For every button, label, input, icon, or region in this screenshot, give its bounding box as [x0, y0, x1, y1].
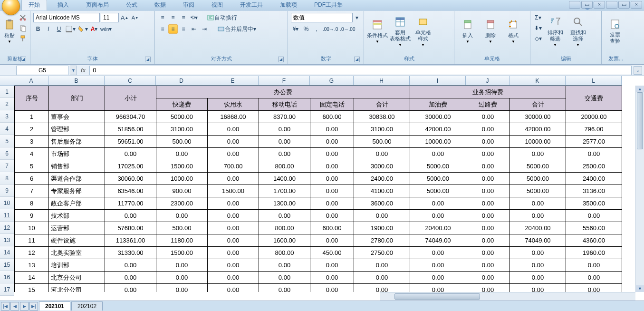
increase-indent-button[interactable]: ⇥ [200, 24, 209, 34]
cell[interactable]: 1 [15, 111, 49, 123]
cell[interactable]: 3600.00 [354, 197, 410, 210]
ribbon-tab-视图[interactable]: 视图 [205, 0, 230, 10]
cell[interactable]: 0.00 [310, 197, 354, 210]
row-header-3[interactable]: 3 [0, 110, 14, 123]
cell[interactable]: 0.00 [105, 284, 156, 292]
cell[interactable]: 5000.00 [156, 111, 208, 123]
cell[interactable]: 16868.00 [208, 111, 259, 123]
cell[interactable]: 0.00 [410, 284, 466, 292]
cell[interactable]: 0.00 [410, 197, 466, 210]
cell[interactable]: 0.00 [466, 272, 510, 284]
font-name-input[interactable] [33, 13, 100, 22]
delete-cells-button[interactable]: 删除▼ [480, 13, 501, 49]
cell[interactable]: 0.00 [208, 136, 259, 148]
cell[interactable]: 0.00 [310, 160, 354, 173]
cell[interactable]: 渠道合作部 [49, 173, 105, 185]
cell[interactable]: 1600.00 [259, 234, 310, 247]
conditional-format-button[interactable]: 条件格式▼ [367, 13, 388, 49]
cell[interactable]: 技术部 [49, 210, 105, 222]
cell[interactable]: 5000.00 [410, 160, 466, 173]
cell[interactable]: 10000.00 [510, 136, 566, 148]
cell[interactable]: 0.00 [208, 247, 259, 259]
cell[interactable]: 3100.00 [156, 123, 208, 136]
cell[interactable]: 1500.00 [156, 247, 208, 259]
cell[interactable]: 0.00 [259, 136, 310, 148]
column-header-I[interactable]: I [410, 76, 466, 86]
cell[interactable]: 59651.00 [105, 136, 156, 148]
cell[interactable]: 0.00 [354, 210, 410, 222]
row-header-17[interactable]: 17 [0, 283, 14, 296]
cell[interactable]: 0.00 [566, 259, 622, 272]
cell[interactable]: 0.00 [156, 259, 208, 272]
app-close-button[interactable]: × [594, 1, 605, 9]
cell[interactable]: 700.00 [208, 160, 259, 173]
cell[interactable]: 管理部 [49, 123, 105, 136]
cell[interactable]: 42000.00 [410, 123, 466, 136]
cell[interactable]: 0.00 [510, 272, 566, 284]
dialog-launcher-icon[interactable]: ◢ [278, 57, 284, 62]
cell[interactable]: 0.00 [510, 210, 566, 222]
cell[interactable]: 1500.00 [156, 160, 208, 173]
shrink-font-button[interactable]: A▼ [130, 13, 140, 22]
column-header-J[interactable]: J [466, 76, 509, 86]
sheet-nav-first[interactable]: |◀ [1, 302, 10, 311]
cell-styles-button[interactable]: 单元格 样式▼ [413, 13, 433, 49]
cell[interactable]: 政企客户部 [49, 197, 105, 210]
cell[interactable]: 600.00 [310, 111, 354, 123]
table-format-button[interactable]: 套用 表格格式▼ [390, 13, 411, 49]
cell[interactable]: 0.00 [410, 247, 466, 259]
row-header-14[interactable]: 14 [0, 246, 14, 259]
cell[interactable]: 0.00 [310, 173, 354, 185]
cell[interactable]: 0.00 [310, 234, 354, 247]
cell[interactable]: 0.00 [466, 247, 510, 259]
cell[interactable]: 30838.00 [354, 111, 410, 123]
cell[interactable]: 0.00 [566, 210, 622, 222]
ribbon-tab-数据[interactable]: 数据 [148, 0, 173, 10]
cell[interactable]: 74049.00 [410, 234, 466, 247]
cell[interactable]: 11 [15, 234, 49, 247]
cell[interactable]: 57680.00 [105, 222, 156, 234]
cell[interactable]: 0.00 [208, 123, 259, 136]
column-header-A[interactable]: A [14, 76, 48, 86]
cell[interactable]: 10 [15, 222, 49, 234]
cell[interactable]: 966304.70 [105, 111, 156, 123]
ribbon-tab-页面布局[interactable]: 页面布局 [79, 0, 115, 10]
cell[interactable]: 13 [15, 259, 49, 272]
cut-button[interactable] [18, 13, 28, 22]
invoice-check-button[interactable]: 发票 查验 [605, 13, 625, 49]
vertical-scrollbar[interactable]: ▲ ▼ [635, 86, 644, 292]
cell[interactable]: 20400.00 [410, 222, 466, 234]
cell[interactable]: 2400.00 [566, 173, 622, 185]
formula-input[interactable] [89, 66, 632, 75]
cell[interactable]: 0.00 [466, 210, 510, 222]
row-header-4[interactable]: 4 [0, 123, 14, 135]
cell[interactable]: 15 [15, 284, 49, 292]
cell[interactable]: 销售部 [49, 160, 105, 173]
align-middle-button[interactable]: ≡ [168, 13, 178, 22]
align-top-button[interactable]: ≡ [158, 13, 167, 22]
cell[interactable]: 运营部 [49, 222, 105, 234]
cell[interactable]: 2 [15, 123, 49, 136]
cell[interactable]: 0.00 [466, 185, 510, 197]
column-header-B[interactable]: B [48, 76, 105, 86]
cell[interactable]: 0.00 [566, 284, 622, 292]
decrease-indent-button[interactable]: ⇤ [189, 24, 199, 34]
cell[interactable]: 0.00 [105, 272, 156, 284]
cell[interactable]: 0.00 [466, 160, 510, 173]
font-size-input[interactable] [101, 13, 119, 22]
name-box[interactable] [16, 66, 68, 75]
cell[interactable]: 500.00 [156, 136, 208, 148]
row-header-7[interactable]: 7 [0, 160, 14, 172]
cell[interactable]: 0.00 [410, 210, 466, 222]
cell[interactable]: 4100.00 [354, 185, 410, 197]
sheet-nav-prev[interactable]: ◀ [10, 302, 19, 311]
fill-button[interactable]: ⬇▾ [533, 23, 543, 33]
cell[interactable]: 3000.00 [354, 160, 410, 173]
cell[interactable]: 14 [15, 272, 49, 284]
cell[interactable]: 0.00 [466, 259, 510, 272]
row-header-5[interactable]: 5 [0, 135, 14, 147]
cell[interactable]: 0.00 [310, 210, 354, 222]
cell[interactable]: 31330.00 [105, 247, 156, 259]
cell[interactable]: 0.00 [259, 210, 310, 222]
copy-button[interactable] [18, 23, 28, 33]
